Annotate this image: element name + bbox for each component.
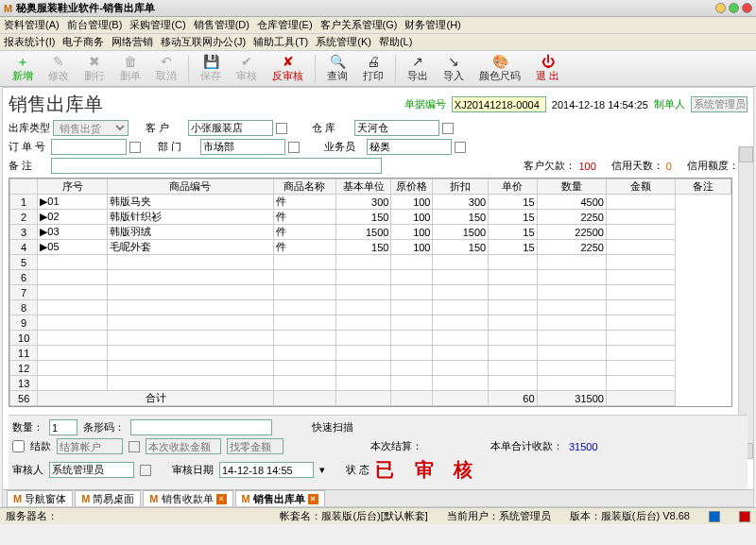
tabs: M导航窗体M简易桌面M销售收款单×M销售出库单× (3, 489, 753, 506)
table-row[interactable]: 11 (10, 346, 731, 361)
type-select[interactable]: 销售出货 (53, 120, 129, 136)
minimize-icon[interactable] (715, 3, 726, 13)
tab[interactable]: M销售收款单× (143, 490, 232, 507)
settle-acct-input[interactable] (57, 438, 123, 454)
toolbar-导出[interactable]: ↗导出 (401, 51, 435, 86)
dept-input[interactable] (200, 139, 285, 155)
settle-amt-input[interactable] (146, 438, 221, 454)
change-input[interactable] (227, 438, 284, 454)
toolbar-退 出[interactable]: ⏻退 出 (529, 51, 566, 86)
col-header[interactable]: 数量 (537, 179, 606, 195)
menubar-2: 报表统计(I)电子商务网络营销移动互联网办公(J)辅助工具(T)系统管理(K)帮… (0, 34, 756, 51)
status-icon-2[interactable] (739, 511, 750, 522)
qty-input[interactable] (49, 419, 77, 435)
dept-lookup-button[interactable] (288, 142, 300, 153)
toolbar-颜色尺码[interactable]: 🎨颜色尺码 (472, 51, 527, 86)
tab-icon: M (242, 493, 250, 504)
wh-lookup-button[interactable] (442, 123, 454, 134)
sales-input[interactable] (367, 139, 452, 155)
cust-label: 客 户 (146, 121, 185, 135)
table-row[interactable]: 5 (10, 255, 731, 270)
credit-days-label: 信用天数： (611, 159, 663, 173)
toolbar-反审核[interactable]: ✘反审核 (266, 51, 310, 86)
cust-input[interactable] (188, 120, 273, 136)
data-grid[interactable]: 序号商品编号商品名称基本单位原价格折扣单价数量金额备注1▶01韩版马夹件3001… (9, 178, 732, 407)
menu-item[interactable]: 资料管理(A) (4, 18, 60, 32)
tab-close-icon[interactable]: × (308, 494, 318, 504)
vertical-scrollbar[interactable] (738, 146, 753, 459)
toolbar-审核[interactable]: ✔审核 (230, 51, 264, 86)
toolbar-查询[interactable]: 🔍查询 (320, 51, 354, 86)
menu-item[interactable]: 移动互联网办公(J) (161, 35, 246, 49)
order-input[interactable] (51, 139, 127, 155)
toolbar-删单[interactable]: 🗑删单 (113, 51, 147, 86)
menu-item[interactable]: 采购管理(C) (129, 18, 185, 32)
scan-label: 快速扫描 (312, 420, 353, 434)
col-header[interactable]: 商品名称 (273, 179, 335, 195)
menu-item[interactable]: 财务管理(H) (404, 18, 460, 32)
remark-input[interactable] (51, 158, 382, 174)
tab[interactable]: M简易桌面 (75, 490, 141, 507)
toolbar-icon: 🖨 (367, 54, 380, 69)
barcode-input[interactable] (130, 419, 272, 435)
table-row[interactable]: 1▶01韩版马夹件300100300154500 (10, 195, 731, 210)
table-row[interactable]: 2▶02韩版针织衫件150100150152250 (10, 210, 731, 225)
cust-lookup-button[interactable] (276, 123, 287, 134)
cust-debt-value: 100 (578, 161, 595, 172)
col-header[interactable]: 单价 (489, 179, 537, 195)
col-header[interactable]: 原价格 (391, 179, 433, 195)
toolbar-取消[interactable]: ↶取消 (149, 51, 183, 86)
table-row[interactable]: 4▶05毛呢外套件150100150152250 (10, 240, 731, 255)
toolbar-修改[interactable]: ✎修改 (42, 51, 76, 86)
app-logo: M (4, 3, 12, 14)
menu-item[interactable]: 电子商务 (62, 35, 104, 49)
toolbar-保存[interactable]: 💾保存 (194, 51, 228, 86)
auditor-input[interactable] (49, 462, 134, 478)
table-row[interactable]: 6 (10, 270, 731, 285)
col-header[interactable]: 折扣 (433, 179, 489, 195)
menu-item[interactable]: 仓库管理(E) (257, 18, 313, 32)
menu-item[interactable]: 辅助工具(T) (253, 35, 308, 49)
wh-input[interactable] (354, 120, 439, 136)
bill-no-input[interactable] (452, 96, 546, 112)
tab[interactable]: M销售出库单× (235, 490, 325, 507)
table-row[interactable]: 7 (10, 285, 731, 300)
type-label: 出库类型 (9, 121, 50, 135)
tab-close-icon[interactable]: × (216, 494, 227, 504)
table-row[interactable]: 8 (10, 300, 731, 315)
settle-checkbox[interactable] (12, 440, 25, 452)
col-header[interactable]: 商品编号 (107, 179, 273, 195)
sales-lookup-button[interactable] (455, 142, 466, 153)
menu-item[interactable]: 销售管理(D) (194, 18, 249, 32)
tab[interactable]: M导航窗体 (7, 490, 73, 507)
order-lookup-button[interactable] (129, 142, 141, 153)
col-header[interactable]: 基本单位 (335, 179, 391, 195)
toolbar-新增[interactable]: ＋新增 (6, 51, 40, 86)
menu-item[interactable]: 系统管理(K) (316, 35, 371, 49)
audit-date-input[interactable] (219, 462, 314, 478)
status-icon-1[interactable] (709, 511, 720, 522)
close-icon[interactable] (742, 3, 752, 13)
table-row[interactable]: 9 (10, 315, 731, 331)
col-header[interactable]: 序号 (38, 179, 107, 195)
auditor-lookup[interactable] (140, 465, 151, 476)
menu-item[interactable]: 客户关系管理(G) (320, 18, 398, 32)
settle-acct-lookup[interactable] (129, 441, 140, 452)
table-row[interactable]: 3▶03韩版羽绒件150010015001522500 (10, 225, 731, 240)
toolbar-导入[interactable]: ↘导入 (437, 51, 471, 86)
toolbar-删行[interactable]: ✖删行 (77, 51, 112, 86)
table-row[interactable]: 12 (10, 361, 731, 376)
col-header[interactable]: 备注 (676, 179, 731, 195)
menu-item[interactable]: 网络营销 (112, 35, 153, 49)
table-row[interactable]: 13 (10, 376, 731, 391)
total-recv-value: 31500 (569, 441, 598, 452)
col-header[interactable]: 金额 (606, 179, 675, 195)
toolbar-打印[interactable]: 🖨打印 (356, 51, 390, 86)
menu-item[interactable]: 帮助(L) (379, 35, 412, 49)
dept-label: 部 门 (158, 140, 198, 154)
menu-item[interactable]: 前台管理(B) (67, 18, 123, 32)
maximize-icon[interactable] (729, 3, 739, 13)
statusbar: 服务器名： 帐套名：服装版(后台)[默认帐套] 当前用户：系统管理员 版本：服装… (0, 507, 756, 524)
menu-item[interactable]: 报表统计(I) (4, 35, 55, 49)
table-row[interactable]: 10 (10, 331, 731, 346)
